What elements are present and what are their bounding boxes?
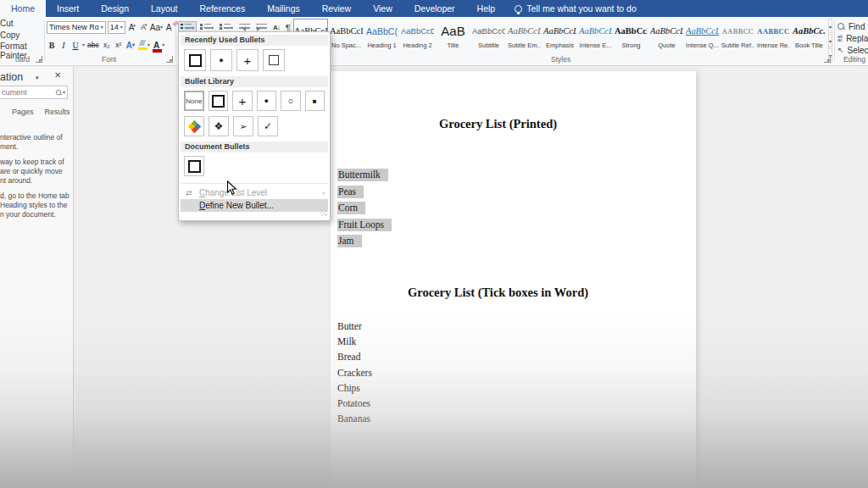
- style-cell[interactable]: AaBbCcI Strong: [614, 19, 648, 53]
- ribbon-tab[interactable]: Home: [0, 0, 46, 17]
- change-case-button[interactable]: Aa▾: [151, 21, 162, 34]
- bullet-tile[interactable]: ○: [281, 91, 301, 111]
- chevron-down-icon: ▾: [132, 42, 135, 47]
- select-button[interactable]: ↖Select: [837, 44, 868, 56]
- ribbon-tab[interactable]: View: [362, 0, 403, 17]
- style-label: Intense E...: [579, 42, 612, 49]
- styles-dialog-launcher-icon[interactable]: [824, 56, 831, 63]
- define-new-bullet-item[interactable]: Define New Bullet...: [181, 199, 328, 212]
- bullet-tile[interactable]: ❖: [209, 116, 229, 136]
- style-label: Strong: [615, 42, 648, 49]
- bullet-tile[interactable]: [263, 49, 285, 71]
- list-item-selected[interactable]: Buttermilk: [337, 169, 392, 186]
- chevron-down-icon: ▾: [63, 90, 65, 95]
- style-cell[interactable]: AaBbCcL Subtle Em...: [507, 19, 542, 53]
- list-item[interactable]: Milk: [337, 336, 372, 352]
- bullet-tile[interactable]: [184, 156, 204, 176]
- highlight-color-button[interactable]: ▾: [137, 39, 151, 52]
- ribbon-tab[interactable]: References: [189, 0, 257, 17]
- bullet-tile[interactable]: ■: [305, 91, 326, 111]
- close-icon[interactable]: ✕: [54, 70, 61, 80]
- ribbon-tab[interactable]: Developer: [403, 0, 466, 17]
- bullet-tile[interactable]: ✓: [258, 116, 278, 136]
- bullet-library-header: Bullet Library: [181, 76, 328, 87]
- underline-button[interactable]: U: [70, 39, 81, 52]
- style-label: Heading 1: [365, 42, 398, 49]
- styles-scroll-down-button[interactable]: ▾: [828, 34, 832, 48]
- document-bullets-row: [181, 155, 328, 180]
- style-cell[interactable]: AaBbCcL Intense Q...: [685, 19, 720, 53]
- cut-button[interactable]: Cut: [0, 19, 44, 29]
- list-item[interactable]: Bananas: [337, 413, 372, 429]
- search-placeholder: cument: [0, 88, 55, 97]
- style-cell[interactable]: AaBbCcI No Spac...: [329, 19, 364, 53]
- bullet-tile[interactable]: [184, 49, 206, 71]
- style-cell[interactable]: AaBbCcL Intense E...: [578, 19, 613, 53]
- ribbon-tab[interactable]: Design: [90, 0, 140, 17]
- strikethrough-button[interactable]: abc: [86, 39, 100, 52]
- list-item[interactable]: Butter: [337, 321, 372, 336]
- list-item[interactable]: Potatoes: [337, 398, 372, 413]
- navigation-options-icon[interactable]: ▾: [36, 75, 39, 81]
- ribbon-tab[interactable]: Review: [311, 0, 362, 17]
- ribbon-tab[interactable]: Layout: [140, 0, 189, 17]
- list-item-selected[interactable]: Jam: [337, 236, 392, 252]
- text-effects-button[interactable]: A▾: [125, 39, 136, 52]
- bullet-tile[interactable]: ●: [210, 49, 232, 71]
- bullet-tile[interactable]: ●: [257, 91, 277, 111]
- bullet-tile[interactable]: +: [236, 49, 259, 71]
- grow-font-button[interactable]: A▴: [127, 21, 137, 34]
- ribbon-tab[interactable]: Insert: [46, 0, 90, 17]
- font-color-button[interactable]: A▾: [153, 39, 165, 52]
- list-item-selected[interactable]: Fruit Loops: [337, 219, 392, 236]
- chevron-down-icon[interactable]: ▾: [82, 42, 85, 47]
- format-painter-button[interactable]: Format Painter: [0, 42, 44, 52]
- style-cell[interactable]: AABBCC Intense Re...: [756, 19, 791, 53]
- style-cell[interactable]: AaBbCcL Quote: [649, 19, 684, 53]
- font-dialog-launcher-icon[interactable]: [166, 56, 173, 63]
- clear-formatting-button[interactable]: A: [164, 21, 174, 34]
- highlighter-icon: [138, 40, 147, 50]
- list-item[interactable]: Crackers: [337, 368, 372, 383]
- bullet-tile[interactable]: [209, 91, 229, 111]
- tell-me-box[interactable]: Tell me what you want to do: [506, 0, 645, 17]
- style-cell[interactable]: AaBbCcL Emphasis: [542, 19, 577, 53]
- find-button[interactable]: Find: [837, 20, 868, 32]
- change-list-level-item[interactable]: ⇄ Change List Level ›: [181, 186, 328, 199]
- font-name-select[interactable]: Times New Ro ▾: [47, 21, 106, 34]
- list-item[interactable]: Bread: [337, 352, 372, 367]
- subscript-button[interactable]: x₂: [102, 39, 112, 52]
- copy-button[interactable]: Copy: [0, 30, 44, 41]
- style-cell[interactable]: AABBCC Subtle Ref...: [721, 19, 755, 53]
- bullet-tile[interactable]: None: [184, 91, 204, 111]
- font-size-select[interactable]: 14 ▾: [108, 21, 125, 34]
- resize-grip[interactable]: [320, 209, 327, 216]
- styles-scroll-up-button[interactable]: ▴: [828, 19, 832, 33]
- ribbon-tab[interactable]: Mailings: [256, 0, 311, 17]
- search-input[interactable]: cument ▾: [0, 86, 68, 99]
- navigation-tab[interactable]: Pages: [12, 108, 34, 116]
- document-page[interactable]: Grocery List (Printed) ButtermilkPeasCor…: [331, 71, 696, 488]
- increase-indent-icon: [256, 24, 267, 32]
- style-cell[interactable]: AaBbCcC Subtitle: [471, 19, 506, 53]
- style-cell[interactable]: AaBbCcD Heading 2: [400, 19, 435, 53]
- bullet-tile[interactable]: +: [232, 91, 253, 111]
- clipboard-dialog-launcher-icon[interactable]: [36, 56, 42, 63]
- style-cell[interactable]: AaBbC( Heading 1: [364, 19, 399, 53]
- ribbon-tab[interactable]: Help: [466, 0, 507, 17]
- style-cell[interactable]: AaB Title: [436, 19, 470, 53]
- list-item[interactable]: Chips: [337, 383, 372, 398]
- list-item-selected[interactable]: Corn: [337, 202, 392, 219]
- superscript-button[interactable]: x²: [114, 39, 124, 52]
- replace-button[interactable]: abacReplace: [837, 32, 868, 44]
- style-cell[interactable]: AaBbCc. Book Title: [792, 19, 826, 53]
- list-item-selected[interactable]: Peas: [337, 186, 392, 203]
- style-preview: AaBbC(: [365, 23, 398, 40]
- bullet-tile[interactable]: ➢: [233, 116, 253, 136]
- shrink-font-button[interactable]: A▾: [139, 21, 149, 34]
- italic-button[interactable]: I: [58, 39, 69, 52]
- navigation-tab[interactable]: Results: [45, 108, 70, 116]
- bold-button[interactable]: B: [47, 39, 57, 52]
- navigation-description-line: way to keep track of: [0, 158, 73, 167]
- bullet-tile[interactable]: [184, 116, 204, 136]
